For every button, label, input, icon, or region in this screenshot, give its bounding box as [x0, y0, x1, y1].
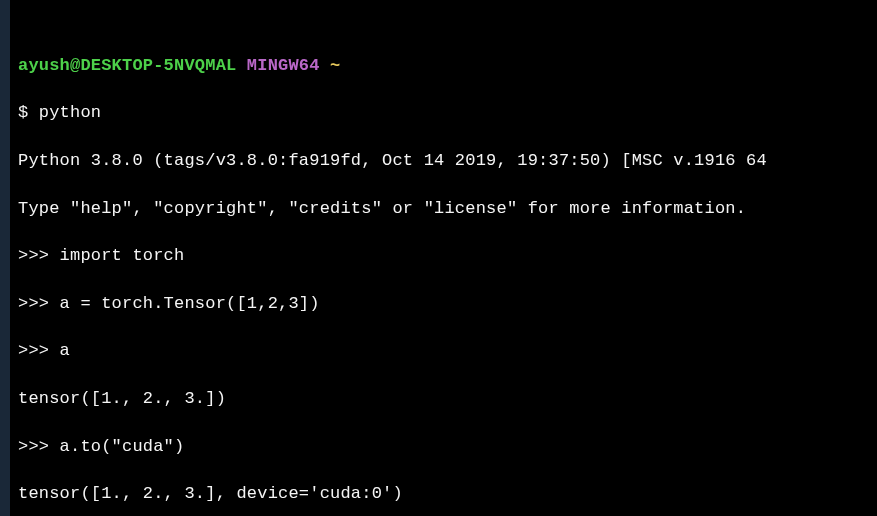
repl-input: >>> a = torch.Tensor([1,2,3]) — [18, 292, 877, 316]
prompt-path: ~ — [330, 56, 340, 75]
prompt-user-host: ayush@DESKTOP-5NVQMAL — [18, 56, 236, 75]
repl-output: tensor([1., 2., 3.], device='cuda:0') — [18, 482, 877, 506]
python-version-line: Python 3.8.0 (tags/v3.8.0:fa919fd, Oct 1… — [18, 149, 877, 173]
repl-output: tensor([1., 2., 3.]) — [18, 387, 877, 411]
repl-input: >>> a.to("cuda") — [18, 435, 877, 459]
repl-input: >>> import torch — [18, 244, 877, 268]
terminal-output[interactable]: ayush@DESKTOP-5NVQMAL MINGW64 ~ $ python… — [0, 0, 877, 516]
shell-command: $ python — [18, 101, 877, 125]
prompt-line: ayush@DESKTOP-5NVQMAL MINGW64 ~ — [18, 54, 877, 78]
prompt-env: MINGW64 — [247, 56, 320, 75]
window-left-edge — [0, 0, 10, 516]
python-help-line: Type "help", "copyright", "credits" or "… — [18, 197, 877, 221]
repl-input: >>> a — [18, 339, 877, 363]
